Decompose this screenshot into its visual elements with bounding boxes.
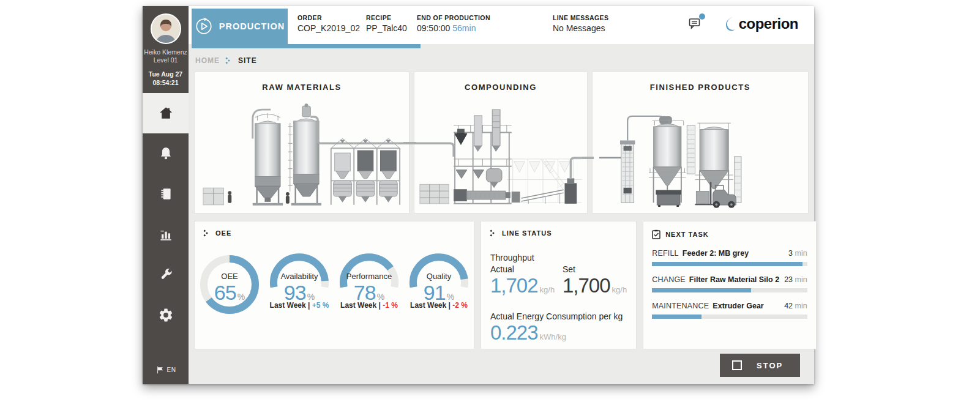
panel-raw-materials[interactable]: RAW MATERIALS	[195, 72, 409, 213]
action-row: STOP	[195, 354, 808, 377]
recipe-value: PP_Talc40	[366, 23, 407, 33]
set-label: Set	[563, 264, 627, 274]
end-of-production-value: 09:50:00 56min	[417, 23, 490, 33]
stop-button[interactable]: STOP	[720, 354, 800, 377]
throughput-actual-value: 1,702kg/h	[490, 274, 563, 302]
task-progress	[652, 288, 807, 292]
panel-oee: OEE OEE 65%	[195, 221, 474, 349]
task-row: MAINTENANCE Extruder Gear 42 min	[652, 302, 807, 319]
pipe-connector-raw-compounding	[403, 142, 416, 144]
production-progress-fill	[192, 44, 421, 48]
panel-title: FINISHED PRODUCTS	[593, 83, 808, 92]
remaining-time: 56min	[452, 23, 476, 33]
main-area: PRODUCTION ORDER COP_K2019_02 RECIPE PP_…	[189, 6, 814, 384]
oee-header: OEE	[195, 221, 474, 237]
energy-label: Actual Energy Consumption per kg	[490, 311, 627, 321]
panel-line-status: LINE STATUS Throughput Actual 1,702kg/h	[481, 221, 636, 349]
coperion-logo-text: coperion	[739, 15, 798, 32]
notification-dot	[699, 13, 705, 20]
panel-title: RAW MATERIALS	[195, 83, 409, 92]
avatar	[151, 13, 181, 44]
energy-value: 0.223kWh/kg	[490, 321, 627, 349]
bell-icon	[158, 146, 174, 162]
messages-button[interactable]	[687, 16, 703, 31]
coperion-logo: coperion	[724, 15, 798, 33]
task-row: CHANGE Filter Raw Material Silo 2 23 min	[652, 275, 807, 292]
task-progress	[652, 262, 807, 266]
chevron-dots-icon	[490, 229, 497, 237]
order-label: ORDER	[297, 14, 360, 21]
avatar-photo	[152, 15, 180, 43]
end-of-production-label: END OF PRODUCTION	[417, 14, 490, 21]
gauge-performance: Performance 78% Last Week | -1 %	[334, 253, 404, 310]
clipboard-icon	[652, 229, 660, 239]
wrench-icon	[158, 267, 174, 283]
bar-chart-icon	[158, 226, 174, 242]
breadcrumb-home[interactable]: HOME	[195, 56, 220, 65]
sidebar-item-alarms[interactable]	[143, 133, 189, 174]
user-block[interactable]: Heiko Klemenz Level 01 Tue Aug 27 08:54:…	[143, 6, 189, 93]
pipe-connector-compounding-finished	[582, 157, 594, 159]
kpi-row: OEE OEE 65%	[195, 221, 808, 349]
actual-label: Actual	[490, 264, 563, 274]
next-task-body: REFILL Feeder 2: MB grey 3 min CHANGE	[643, 249, 816, 319]
next-task-header: NEXT TASK	[643, 221, 816, 239]
sidebar-item-maintenance[interactable]	[143, 255, 189, 295]
panel-title: COMPOUNDING	[414, 83, 587, 92]
line-messages-value: No Messages	[553, 23, 609, 33]
sidebar-nav	[143, 93, 189, 335]
gauge-oee: OEE 65%	[195, 253, 264, 316]
gauge-availability: Availability 93% Last Week | +5 %	[264, 253, 334, 310]
datetime: Tue Aug 27 08:54:21	[144, 70, 187, 87]
user-name: Heiko Klemenz Level 01	[144, 48, 187, 64]
compounding-illustration	[414, 100, 587, 210]
task-progress	[652, 315, 807, 319]
tab-production[interactable]: PRODUCTION	[192, 9, 288, 44]
coperion-swoosh-icon	[724, 15, 738, 33]
content: RAW MATERIALS	[189, 72, 814, 384]
process-row: RAW MATERIALS	[195, 72, 808, 213]
recipe-label: RECIPE	[366, 14, 407, 21]
production-progress-strip	[189, 44, 814, 48]
panel-finished-products[interactable]: FINISHED PRODUCTS	[593, 72, 808, 213]
stop-square-icon	[732, 360, 742, 370]
home-icon	[158, 105, 174, 121]
order-field: ORDER COP_K2019_02	[297, 14, 360, 33]
top-header: PRODUCTION ORDER COP_K2019_02 RECIPE PP_…	[189, 6, 814, 44]
line-messages-field: LINE MESSAGES No Messages	[553, 14, 609, 33]
gear-icon	[158, 307, 174, 323]
sidebar-item-settings[interactable]	[143, 295, 189, 335]
flag-icon	[155, 365, 165, 374]
sidebar-item-home[interactable]	[143, 93, 189, 133]
logbook-icon	[158, 186, 174, 202]
finished-products-illustration	[593, 100, 808, 210]
throughput-label: Throughput	[490, 253, 627, 262]
chevron-dots-icon	[203, 229, 211, 237]
panel-next-task: NEXT TASK REFILL Feeder 2: MB grey 3 min	[643, 221, 816, 349]
language-label: EN	[167, 367, 176, 373]
line-status-title: LINE STATUS	[502, 229, 552, 237]
task-row: REFILL Feeder 2: MB grey 3 min	[652, 249, 807, 266]
breadcrumb: HOME SITE	[189, 48, 814, 72]
app-window: Heiko Klemenz Level 01 Tue Aug 27 08:54:…	[143, 6, 814, 384]
throughput-set-value: 1,700kg/h	[563, 274, 627, 302]
oee-title: OEE	[215, 229, 231, 237]
language-switch[interactable]: EN	[155, 365, 176, 374]
chevron-right-icon	[225, 57, 233, 64]
tab-production-label: PRODUCTION	[219, 21, 285, 31]
breadcrumb-current: SITE	[238, 56, 257, 65]
production-play-icon	[195, 17, 213, 35]
line-messages-label: LINE MESSAGES	[553, 14, 609, 21]
order-value: COP_K2019_02	[297, 23, 360, 33]
gauge-quality: Quality 91% Last Week | -2 %	[404, 253, 474, 310]
line-status-header: LINE STATUS	[481, 221, 636, 237]
oee-gauges: OEE 65% Availability 93%	[195, 253, 474, 316]
sidebar-item-reports[interactable]	[143, 214, 189, 255]
line-status-body: Throughput Actual 1,702kg/h Set	[481, 253, 636, 349]
panel-compounding[interactable]: COMPOUNDING	[414, 72, 587, 213]
recipe-field: RECIPE PP_Talc40	[366, 14, 407, 33]
raw-materials-illustration	[195, 100, 409, 210]
next-task-title: NEXT TASK	[665, 231, 709, 238]
end-of-production-field: END OF PRODUCTION 09:50:00 56min	[417, 14, 490, 33]
sidebar-item-logbook[interactable]	[143, 174, 189, 214]
